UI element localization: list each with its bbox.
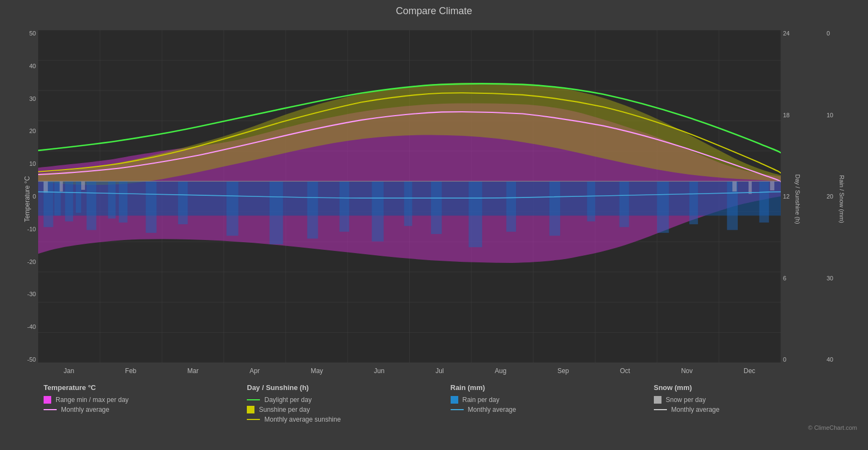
svg-rect-41	[431, 181, 442, 234]
svg-rect-55	[732, 181, 737, 191]
svg-rect-57	[770, 181, 774, 190]
legend-temperature-avg-label: Monthly average	[61, 406, 110, 413]
legend-temperature-range-swatch	[44, 396, 51, 404]
legend-daylight: Daylight per day	[247, 396, 450, 404]
y-axis-right-sunshine-label: Day / Sunshine (h)	[794, 174, 800, 224]
x-label-dec: Dec	[744, 367, 755, 375]
chart-main: Frankfurt Frankfurt ClimeChart.com Clime…	[38, 19, 781, 379]
y-axis-left: Temperature °C 50 40 30 20 10 0 -10 -20 …	[0, 19, 38, 379]
legend-snow-avg-label: Monthly average	[671, 406, 720, 413]
y-ticks-right-rain: 0 10 20 30 40	[827, 30, 833, 363]
x-label-jun: Jun	[374, 367, 384, 375]
x-label-nov: Nov	[681, 367, 693, 375]
x-label-feb: Feb	[125, 367, 137, 375]
legend-snow-avg: Monthly average	[654, 406, 857, 413]
svg-rect-56	[749, 181, 752, 194]
svg-rect-28	[65, 181, 73, 221]
svg-rect-52	[44, 181, 48, 193]
chart-svg-container	[38, 30, 781, 363]
legend-rain-label: Rain per day	[463, 396, 500, 404]
svg-rect-53	[60, 181, 63, 191]
legend-daylight-line	[247, 399, 260, 400]
svg-rect-44	[549, 181, 560, 236]
legend-sunshine-header: Day / Sunshine (h)	[247, 383, 450, 392]
legend-sunshine-rect	[247, 406, 254, 413]
x-label-mar: Mar	[187, 367, 199, 375]
legend-temperature-avg-line	[44, 409, 57, 410]
x-label-sep: Sep	[557, 367, 569, 375]
x-label-jan: Jan	[64, 367, 74, 375]
y-axis-right-rain-label: Rain / Snow (mm)	[839, 175, 845, 223]
svg-rect-30	[87, 181, 96, 230]
x-label-oct: Oct	[620, 367, 630, 375]
svg-rect-47	[657, 181, 669, 233]
x-axis-labels: Jan Feb Mar Apr May Jun Jul Aug Sep Oct …	[38, 367, 781, 375]
x-label-aug: Aug	[495, 367, 506, 375]
svg-rect-36	[270, 181, 283, 244]
svg-rect-33	[146, 181, 157, 233]
legend-rain-rect	[451, 396, 458, 404]
legend-rain-header: Rain (mm)	[451, 383, 654, 392]
svg-rect-54	[81, 181, 85, 190]
legend-rain-avg-label: Monthly average	[468, 406, 517, 413]
legend-snow: Snow (mm) Snow per day Monthly average ©…	[654, 383, 857, 448]
legend-rain: Rain (mm) Rain per day Monthly average	[451, 383, 654, 448]
svg-rect-39	[372, 181, 384, 241]
legend-temperature-range: Range min / max per day	[44, 396, 247, 404]
legend-temperature-range-label: Range min / max per day	[56, 396, 129, 404]
svg-rect-42	[469, 181, 482, 247]
chart-title: Compare Climate	[0, 0, 868, 19]
legend-daylight-label: Daylight per day	[264, 396, 312, 404]
svg-rect-40	[404, 181, 412, 226]
legend-snow-label: Snow per day	[666, 396, 706, 404]
y-ticks-left: 50 40 30 20 10 0 -10 -20 -30 -40 -50	[27, 30, 38, 363]
legend-snow-swatch: Snow per day	[654, 396, 857, 404]
svg-rect-32	[119, 181, 128, 223]
svg-rect-50	[759, 181, 769, 223]
legend-snow-avg-line	[654, 409, 667, 410]
copyright: © ClimeChart.com	[808, 424, 857, 431]
x-label-may: May	[311, 367, 323, 375]
y-ticks-right-sunshine: 24 18 12 6 0	[783, 30, 790, 363]
legend-rain-avg-line	[451, 409, 464, 410]
svg-rect-48	[689, 181, 698, 224]
legend-rain-swatch: Rain per day	[451, 396, 654, 404]
svg-rect-38	[339, 181, 349, 232]
legend-sunshine: Day / Sunshine (h) Daylight per day Suns…	[247, 383, 450, 448]
legend-sunshine-label: Sunshine per day	[259, 406, 309, 413]
svg-rect-29	[76, 181, 81, 213]
svg-rect-37	[307, 181, 318, 238]
legend-sunshine-avg-label: Monthly average sunshine	[264, 416, 341, 423]
svg-rect-35	[227, 181, 239, 236]
legend-snow-rect	[654, 396, 661, 404]
legend-sunshine-avg-line	[247, 419, 260, 420]
svg-rect-45	[587, 181, 595, 221]
svg-rect-34	[178, 181, 188, 224]
x-label-apr: Apr	[250, 367, 260, 375]
legend-rain-avg: Monthly average	[451, 406, 654, 413]
legend-area: Temperature °C Range min / max per day M…	[0, 379, 868, 450]
legend-sunshine-avg: Monthly average sunshine	[247, 416, 450, 423]
x-label-jul: Jul	[435, 367, 444, 375]
svg-rect-43	[506, 181, 516, 232]
legend-temperature-avg: Monthly average	[44, 406, 247, 413]
legend-temperature-header: Temperature °C	[44, 383, 247, 392]
right-axes: 24 18 12 6 0 Day / Sunshine (h) 0 10 20 …	[781, 19, 868, 379]
svg-rect-46	[620, 181, 629, 227]
svg-rect-31	[108, 181, 116, 218]
legend-snow-header: Snow (mm)	[654, 383, 857, 392]
legend-sunshine-swatch: Sunshine per day	[247, 406, 450, 413]
legend-temperature: Temperature °C Range min / max per day M…	[44, 383, 247, 448]
